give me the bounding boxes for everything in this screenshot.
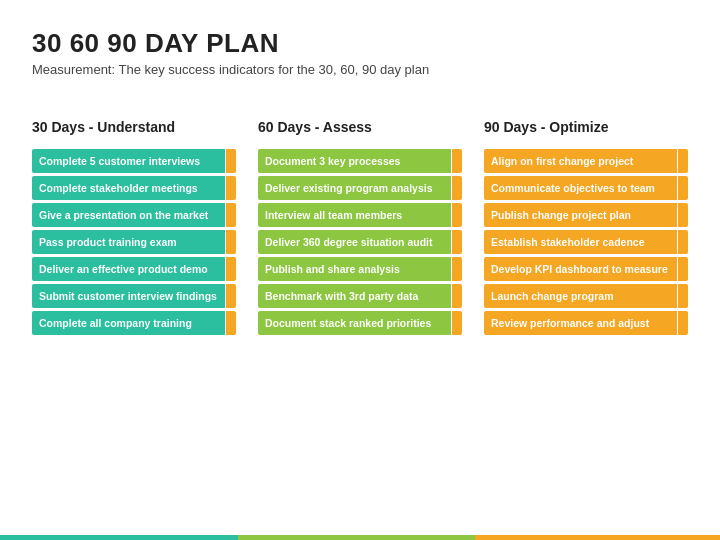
task-row: Develop KPI dashboard to measure (484, 257, 688, 281)
task-row: Benchmark with 3rd party data (258, 284, 462, 308)
task-indicator (226, 149, 236, 173)
task-label: Give a presentation on the market (32, 203, 225, 227)
columns-wrapper: 30 Days - UnderstandComplete 5 customer … (32, 119, 688, 520)
subtitle: Measurement: The key success indicators … (32, 62, 688, 77)
task-list-col-30: Complete 5 customer interviewsComplete s… (32, 149, 236, 335)
task-row: Launch change program (484, 284, 688, 308)
task-indicator (678, 149, 688, 173)
task-row: Establish stakeholder cadence (484, 230, 688, 254)
task-row: Publish and share analysis (258, 257, 462, 281)
task-indicator (452, 284, 462, 308)
task-label: Deliver an effective product demo (32, 257, 225, 281)
task-indicator (678, 284, 688, 308)
task-label: Interview all team members (258, 203, 451, 227)
task-row: Align on first change project (484, 149, 688, 173)
task-label: Pass product training exam (32, 230, 225, 254)
task-row: Publish change project plan (484, 203, 688, 227)
task-label: Review performance and adjust (484, 311, 677, 335)
task-list-col-90: Align on first change projectCommunicate… (484, 149, 688, 335)
task-indicator (678, 311, 688, 335)
task-row: Interview all team members (258, 203, 462, 227)
bottom-bar (0, 535, 720, 540)
task-label: Submit customer interview findings (32, 284, 225, 308)
task-indicator (226, 230, 236, 254)
task-label: Complete stakeholder meetings (32, 176, 225, 200)
task-indicator (452, 176, 462, 200)
task-indicator (226, 284, 236, 308)
task-indicator (452, 203, 462, 227)
task-indicator (226, 311, 236, 335)
task-row: Submit customer interview findings (32, 284, 236, 308)
task-row: Communicate objectives to team (484, 176, 688, 200)
task-indicator (226, 257, 236, 281)
task-indicator (452, 311, 462, 335)
task-row: Deliver 360 degree situation audit (258, 230, 462, 254)
task-row: Review performance and adjust (484, 311, 688, 335)
task-row: Pass product training exam (32, 230, 236, 254)
task-row: Complete stakeholder meetings (32, 176, 236, 200)
task-label: Deliver existing program analysis (258, 176, 451, 200)
task-indicator (678, 203, 688, 227)
column-col-90: 90 Days - OptimizeAlign on first change … (484, 119, 688, 520)
task-label: Align on first change project (484, 149, 677, 173)
task-label: Publish and share analysis (258, 257, 451, 281)
task-indicator (452, 149, 462, 173)
task-indicator (678, 230, 688, 254)
column-col-30: 30 Days - UnderstandComplete 5 customer … (32, 119, 236, 520)
main-title: 30 60 90 DAY PLAN (32, 28, 688, 59)
task-row: Complete 5 customer interviews (32, 149, 236, 173)
task-row: Complete all company training (32, 311, 236, 335)
task-label: Communicate objectives to team (484, 176, 677, 200)
task-indicator (226, 203, 236, 227)
header: 30 60 90 DAY PLAN Measurement: The key s… (32, 28, 688, 77)
task-row: Deliver existing program analysis (258, 176, 462, 200)
task-indicator (452, 257, 462, 281)
column-col-60: 60 Days - AssessDocument 3 key processes… (258, 119, 462, 520)
task-indicator (678, 257, 688, 281)
task-row: Document stack ranked priorities (258, 311, 462, 335)
task-label: Establish stakeholder cadence (484, 230, 677, 254)
task-label: Publish change project plan (484, 203, 677, 227)
task-label: Complete 5 customer interviews (32, 149, 225, 173)
task-label: Benchmark with 3rd party data (258, 284, 451, 308)
task-row: Deliver an effective product demo (32, 257, 236, 281)
column-header-col-90: 90 Days - Optimize (484, 119, 688, 139)
task-indicator (226, 176, 236, 200)
page-container: 30 60 90 DAY PLAN Measurement: The key s… (0, 0, 720, 540)
task-label: Document 3 key processes (258, 149, 451, 173)
column-header-col-30: 30 Days - Understand (32, 119, 236, 139)
column-header-col-60: 60 Days - Assess (258, 119, 462, 139)
task-label: Complete all company training (32, 311, 225, 335)
task-row: Document 3 key processes (258, 149, 462, 173)
task-indicator (452, 230, 462, 254)
task-label: Develop KPI dashboard to measure (484, 257, 677, 281)
task-label: Document stack ranked priorities (258, 311, 451, 335)
task-row: Give a presentation on the market (32, 203, 236, 227)
task-label: Deliver 360 degree situation audit (258, 230, 451, 254)
task-label: Launch change program (484, 284, 677, 308)
task-indicator (678, 176, 688, 200)
task-list-col-60: Document 3 key processesDeliver existing… (258, 149, 462, 335)
